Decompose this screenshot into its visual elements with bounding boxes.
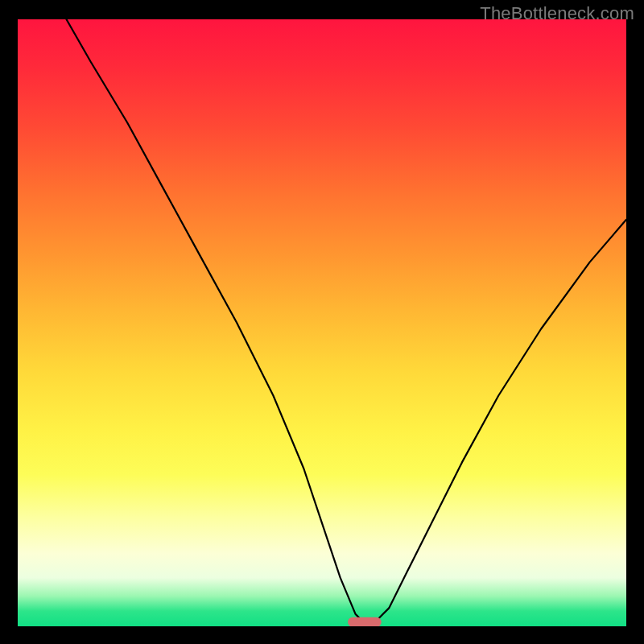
optimal-marker <box>348 617 382 626</box>
watermark-text: TheBottleneck.com <box>480 3 634 24</box>
chart-svg <box>18 19 626 626</box>
bottleneck-curve <box>67 19 627 623</box>
plot-area <box>18 19 626 626</box>
chart-frame: TheBottleneck.com <box>0 0 644 644</box>
